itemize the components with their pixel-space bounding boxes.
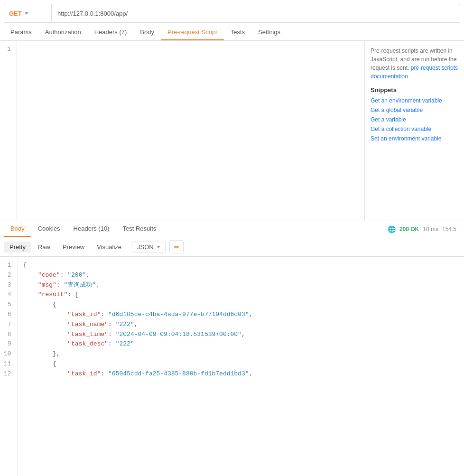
tab-authorization[interactable]: Authorization (38, 25, 88, 40)
url-bar: GET (4, 4, 460, 23)
snippets-description: Pre-request scripts are written in JavaS… (371, 47, 458, 81)
url-input[interactable] (52, 10, 460, 17)
method-chevron-icon (25, 12, 28, 15)
response-line: }, (23, 349, 458, 359)
response-time: 18 ms (423, 226, 438, 233)
wrap-button[interactable]: ⇒ (169, 240, 184, 253)
format-select-label: JSON (137, 243, 154, 251)
tab-params[interactable]: Params (4, 25, 38, 40)
response-tabs-bar: BodyCookiesHeaders (10)Test Results 🌐 20… (0, 221, 464, 237)
pre-request-doc-link[interactable]: pre-request scripts documentation (371, 65, 458, 80)
tab-headers--7-[interactable]: Headers (7) (88, 25, 134, 40)
globe-icon: 🌐 (388, 225, 396, 233)
response-line: "task_time": "2024-04-09 09:04:18.531539… (23, 330, 458, 340)
snippets-title: Snippets (371, 86, 458, 93)
snippets-sidebar: Pre-request scripts are written in JavaS… (364, 41, 464, 221)
tab-body[interactable]: Body (133, 25, 161, 40)
format-chevron-icon (157, 246, 160, 248)
tab-pre-request-script[interactable]: Pre-request Script (161, 25, 224, 40)
format-bar: Pretty Raw Preview Visualize JSON ⇒ (0, 237, 464, 257)
response-line: "task_id": "d6d185ce-c4ba-4ada-977e-b771… (23, 310, 458, 320)
response-line: "result": [ (23, 290, 458, 300)
response-size: 154.5 (442, 226, 456, 233)
tab-settings[interactable]: Settings (251, 25, 287, 40)
response-line-numbers: 123456789101112 (0, 257, 18, 476)
response-line: { (23, 359, 458, 369)
request-section: 1 Pre-request scripts are written in Jav… (0, 41, 464, 221)
response-line: "task_id": "65045cdd-fa25-4385-880b-fd1b… (23, 369, 458, 379)
method-label: GET (9, 10, 22, 17)
snippet-links-container: Get an environment variableGet a global … (371, 97, 458, 142)
response-line: { (23, 261, 458, 271)
preview-button[interactable]: Preview (57, 242, 90, 252)
resp-tab-test-results[interactable]: Test Results (116, 221, 163, 237)
response-code: { "code": "200", "msg": "查询成功", "result"… (18, 257, 464, 476)
tab-tests[interactable]: Tests (224, 25, 251, 40)
response-body: 123456789101112 { "code": "200", "msg": … (0, 257, 464, 476)
status-code: 200 OK (399, 226, 419, 233)
snippet-link[interactable]: Get a global variable (371, 107, 458, 113)
editor-area: 1 (0, 41, 364, 221)
resp-tab-headers--10-[interactable]: Headers (10) (67, 221, 116, 237)
raw-button[interactable]: Raw (32, 242, 56, 252)
response-wrapper: BodyCookiesHeaders (10)Test Results 🌐 20… (0, 221, 464, 476)
pretty-button[interactable]: Pretty (4, 242, 31, 252)
resp-tab-body[interactable]: Body (4, 221, 31, 237)
snippet-link[interactable]: Set an environment variable (371, 135, 458, 142)
visualize-button[interactable]: Visualize (91, 242, 127, 252)
method-dropdown[interactable]: GET (4, 4, 52, 22)
snippet-link[interactable]: Get an environment variable (371, 97, 458, 104)
wrap-icon: ⇒ (174, 243, 179, 251)
response-line: "code": "200", (23, 271, 458, 280)
response-line: { (23, 300, 458, 310)
resp-tab-cookies[interactable]: Cookies (31, 221, 67, 237)
response-line: "task_desc": "222" (23, 339, 458, 349)
snippet-link[interactable]: Get a variable (371, 116, 458, 123)
response-line: "msg": "查询成功", (23, 280, 458, 290)
pre-request-script-editor[interactable] (17, 41, 364, 221)
format-select[interactable]: JSON (132, 242, 166, 252)
response-status: 🌐 200 OK 18 ms 154.5 (388, 225, 460, 233)
request-tabs-bar: ParamsAuthorizationHeaders (7)BodyPre-re… (0, 25, 464, 41)
editor-line-numbers: 1 (0, 41, 17, 221)
response-line: "task_name": "222", (23, 320, 458, 330)
snippet-link[interactable]: Get a collection variable (371, 126, 458, 132)
